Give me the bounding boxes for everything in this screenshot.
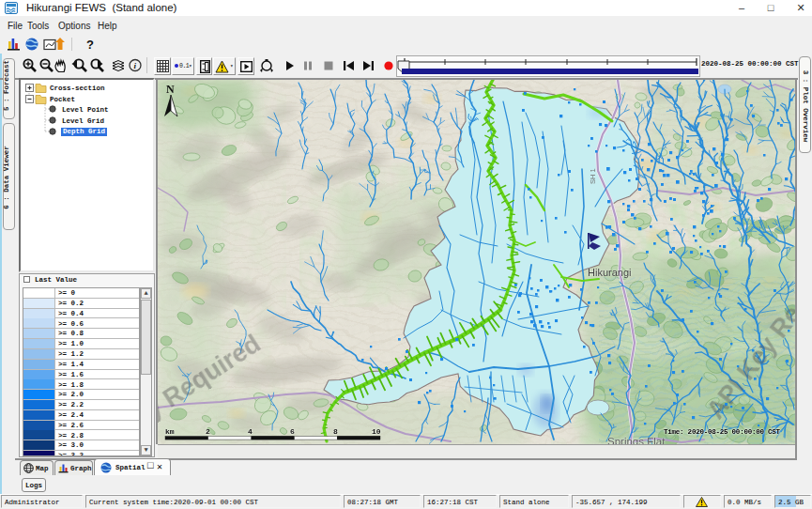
svg-text:Time: 2020-08-25 00:00:00 CST: Time: 2020-08-25 00:00:00 CST — [664, 428, 781, 436]
svg-text:km: km — [165, 427, 175, 436]
svg-text:6: 6 — [290, 427, 295, 436]
svg-text:Hikurangi: Hikurangi — [588, 267, 631, 278]
svg-text:8: 8 — [333, 427, 338, 436]
svg-text:SH 1: SH 1 — [589, 168, 597, 184]
svg-text:2: 2 — [206, 427, 210, 436]
svg-text:i: i — [134, 61, 137, 70]
svg-text:N: N — [166, 83, 175, 96]
svg-text:Springs Flat: Springs Flat — [607, 436, 666, 444]
svg-text:10: 10 — [372, 427, 381, 436]
svg-text:4: 4 — [248, 427, 253, 436]
svg-text:?: ? — [86, 38, 94, 52]
